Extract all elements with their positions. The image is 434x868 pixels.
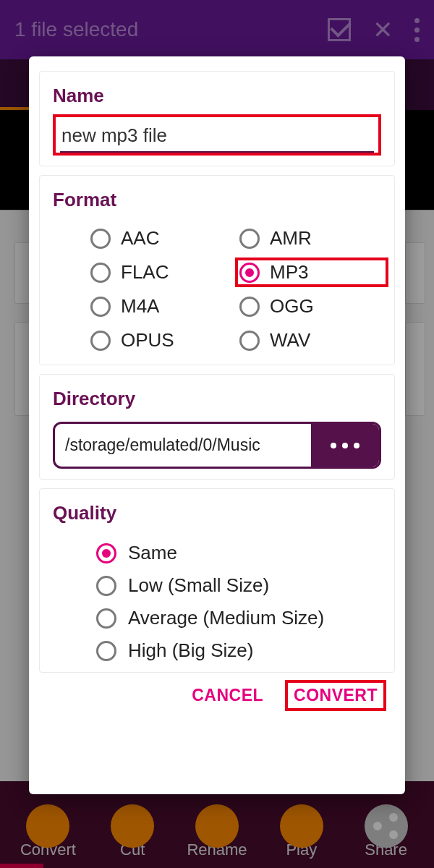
format-option-mp3-highlight: MP3 xyxy=(235,258,388,287)
cancel-button[interactable]: CANCEL xyxy=(184,680,271,711)
format-option-opus[interactable]: OPUS xyxy=(90,329,232,352)
directory-section: Directory /storage/emulated/0/Music xyxy=(39,374,395,480)
name-label: Name xyxy=(53,85,381,107)
directory-browse-button[interactable] xyxy=(311,424,379,467)
quality-option-same[interactable]: Same xyxy=(96,542,381,564)
quality-option-high[interactable]: High (Big Size) xyxy=(96,639,381,662)
format-option-amr[interactable]: AMR xyxy=(239,227,381,250)
quality-label: Quality xyxy=(53,502,381,524)
directory-path[interactable]: /storage/emulated/0/Music xyxy=(55,424,311,467)
format-option-wav[interactable]: WAV xyxy=(239,329,381,352)
format-section: Format AAC AMR FLAC MP3 M4A OGG OPUS WAV xyxy=(39,175,395,365)
quality-option-average[interactable]: Average (Medium Size) xyxy=(96,607,381,629)
format-label: Format xyxy=(53,189,381,211)
directory-label: Directory xyxy=(53,388,381,410)
convert-dialog: Name Format AAC AMR FLAC MP3 M4A OGG OPU… xyxy=(29,56,405,794)
convert-button[interactable]: CONVERT xyxy=(294,686,378,705)
name-input[interactable] xyxy=(60,120,374,153)
quality-section: Quality Same Low (Small Size) Average (M… xyxy=(39,488,395,673)
format-option-aac[interactable]: AAC xyxy=(90,227,232,250)
convert-button-highlight: CONVERT xyxy=(285,680,386,711)
format-option-ogg[interactable]: OGG xyxy=(239,295,381,318)
name-section: Name xyxy=(39,71,395,166)
format-option-m4a[interactable]: M4A xyxy=(90,295,232,318)
name-input-highlight xyxy=(53,114,381,156)
format-option-mp3[interactable]: MP3 xyxy=(239,261,381,284)
format-option-flac[interactable]: FLAC xyxy=(90,261,232,284)
dialog-actions: CANCEL CONVERT xyxy=(36,677,398,715)
quality-option-low[interactable]: Low (Small Size) xyxy=(96,574,381,597)
